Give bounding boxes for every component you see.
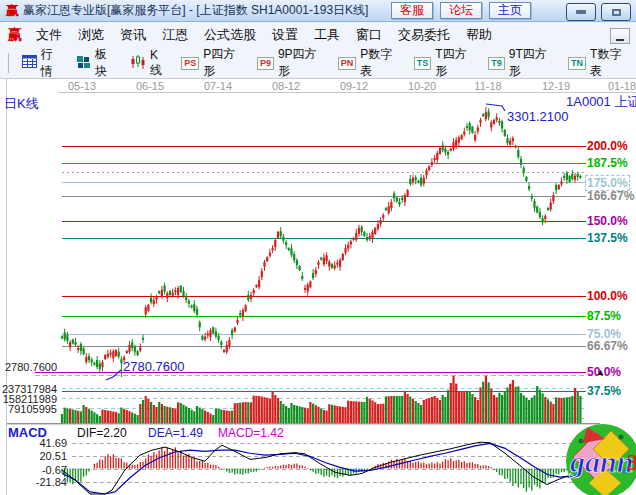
macd-scale-label: 20.51 xyxy=(0,450,67,462)
application-window: 赢 赢家江恩专业版[赢家服务平台] - [上证指数 SH1A0001-193日K… xyxy=(0,0,636,495)
gann-logo: gann3 xyxy=(566,424,636,495)
axis-date-label: 12-19 xyxy=(536,80,576,92)
gann-level-label: 150.0% xyxy=(587,214,628,228)
macd-scale-label: -0.67 xyxy=(0,464,67,476)
macd-dea-value: DEA=1.49 xyxy=(148,426,203,440)
axis-date-label: 07-14 xyxy=(198,80,238,92)
gann-level-label: 187.5% xyxy=(587,156,628,170)
axis-date-label: 09-12 xyxy=(334,80,374,92)
chart-canvas[interactable]: gann3 xyxy=(0,0,636,495)
axis-date-label: 08-12 xyxy=(266,80,306,92)
low-price-annotation: 2780.7600 xyxy=(123,359,184,374)
axis-date-label: 05-13 xyxy=(62,80,102,92)
gann-level-label: 66.67% xyxy=(587,339,628,353)
symbol-label: 1A0001 上证指数 xyxy=(566,93,636,111)
svg-text:gann: gann xyxy=(569,445,633,478)
gann-level-label: 100.0% xyxy=(587,289,628,303)
axis-date-label: 11-18 xyxy=(468,80,508,92)
gann-level-label: 87.5% xyxy=(587,309,621,323)
gann-level-label: 37.5% xyxy=(587,384,621,398)
axis-date-label: 10-20 xyxy=(402,80,442,92)
macd-scale-label: -21.84 xyxy=(0,476,67,488)
gann-level-label: 137.5% xyxy=(587,231,628,245)
peak-price-annotation: 3301.2100 xyxy=(507,109,568,124)
left-price-label: 2780.7600 xyxy=(0,361,57,373)
macd-macd-value: MACD=1.42 xyxy=(218,426,284,440)
axis-date-label: 06-15 xyxy=(130,80,170,92)
gann-level-label: 200.0% xyxy=(587,139,628,153)
level-marker-triangle-icon: ▲ xyxy=(596,367,605,377)
pane-label-daily-kline: 日K线 xyxy=(4,95,39,113)
macd-dif-value: DIF=2.20 xyxy=(77,426,127,440)
gann-level-label: 166.67% xyxy=(587,189,634,203)
macd-scale-label: 41.69 xyxy=(0,437,67,449)
axis-date-label: 01-18 xyxy=(602,80,636,92)
svg-text:3: 3 xyxy=(627,449,636,475)
volume-scale-label: 79105995 xyxy=(0,403,57,415)
